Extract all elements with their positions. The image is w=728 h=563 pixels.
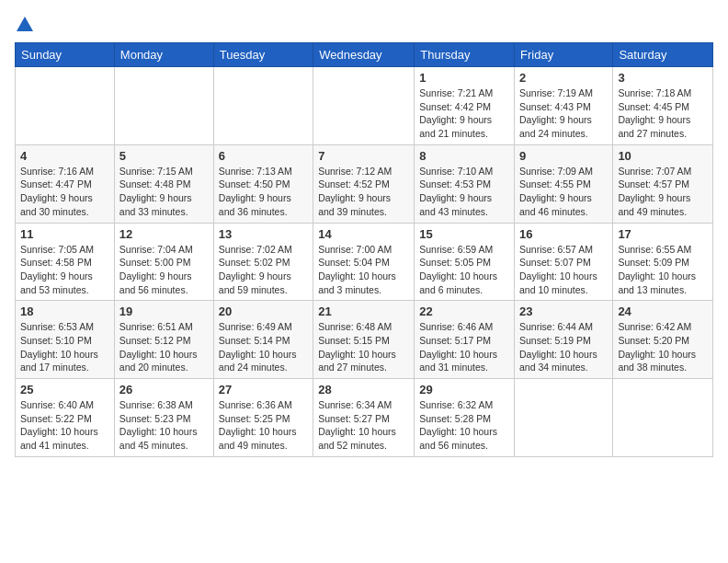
day-cell <box>114 67 213 145</box>
day-cell: 1Sunrise: 7:21 AM Sunset: 4:42 PM Daylig… <box>415 67 515 145</box>
day-cell: 26Sunrise: 6:38 AM Sunset: 5:23 PM Dayli… <box>114 379 213 457</box>
day-info: Sunrise: 7:18 AM Sunset: 4:45 PM Dayligh… <box>618 86 708 141</box>
page-header <box>15 15 713 35</box>
day-info: Sunrise: 7:16 AM Sunset: 4:47 PM Dayligh… <box>20 165 109 219</box>
day-number: 17 <box>618 227 708 241</box>
day-info: Sunrise: 7:04 AM Sunset: 5:00 PM Dayligh… <box>119 243 209 297</box>
day-number: 25 <box>20 383 109 396</box>
logo <box>15 15 39 35</box>
day-cell: 10Sunrise: 7:07 AM Sunset: 4:57 PM Dayli… <box>613 144 713 223</box>
day-cell <box>213 67 313 145</box>
day-number: 20 <box>219 304 308 318</box>
day-number: 5 <box>119 149 209 163</box>
day-info: Sunrise: 6:48 AM Sunset: 5:15 PM Dayligh… <box>318 320 409 374</box>
day-number: 13 <box>219 227 308 241</box>
day-info: Sunrise: 7:21 AM Sunset: 4:42 PM Dayligh… <box>419 86 509 141</box>
day-info: Sunrise: 7:13 AM Sunset: 4:50 PM Dayligh… <box>219 165 308 219</box>
day-info: Sunrise: 6:32 AM Sunset: 5:28 PM Dayligh… <box>419 398 509 453</box>
day-cell <box>313 67 415 145</box>
week-row-5: 25Sunrise: 6:40 AM Sunset: 5:22 PM Dayli… <box>16 379 713 457</box>
day-number: 4 <box>20 149 109 163</box>
day-info: Sunrise: 6:57 AM Sunset: 5:07 PM Dayligh… <box>519 243 608 297</box>
day-header-tuesday: Tuesday <box>213 43 313 67</box>
day-cell: 11Sunrise: 7:05 AM Sunset: 4:58 PM Dayli… <box>16 223 115 301</box>
day-cell: 16Sunrise: 6:57 AM Sunset: 5:07 PM Dayli… <box>515 223 613 301</box>
day-number: 28 <box>318 383 409 396</box>
day-cell: 13Sunrise: 7:02 AM Sunset: 5:02 PM Dayli… <box>213 223 313 301</box>
day-info: Sunrise: 7:00 AM Sunset: 5:04 PM Dayligh… <box>318 243 409 297</box>
day-cell: 21Sunrise: 6:48 AM Sunset: 5:15 PM Dayli… <box>313 301 415 379</box>
day-info: Sunrise: 6:55 AM Sunset: 5:09 PM Dayligh… <box>618 243 708 297</box>
day-cell: 4Sunrise: 7:16 AM Sunset: 4:47 PM Daylig… <box>16 144 115 223</box>
day-number: 18 <box>20 304 109 318</box>
day-info: Sunrise: 6:49 AM Sunset: 5:14 PM Dayligh… <box>219 320 308 374</box>
day-cell: 22Sunrise: 6:46 AM Sunset: 5:17 PM Dayli… <box>415 301 515 379</box>
day-cell: 9Sunrise: 7:09 AM Sunset: 4:55 PM Daylig… <box>515 144 613 223</box>
day-number: 7 <box>318 149 409 163</box>
header-row: SundayMondayTuesdayWednesdayThursdayFrid… <box>16 43 713 67</box>
day-number: 12 <box>119 227 209 241</box>
day-info: Sunrise: 7:02 AM Sunset: 5:02 PM Dayligh… <box>219 243 308 297</box>
day-info: Sunrise: 7:12 AM Sunset: 4:52 PM Dayligh… <box>318 165 409 219</box>
day-cell: 27Sunrise: 6:36 AM Sunset: 5:25 PM Dayli… <box>213 379 313 457</box>
day-number: 19 <box>119 304 209 318</box>
day-info: Sunrise: 6:46 AM Sunset: 5:17 PM Dayligh… <box>419 320 509 374</box>
day-cell: 17Sunrise: 6:55 AM Sunset: 5:09 PM Dayli… <box>613 223 713 301</box>
day-number: 14 <box>318 227 409 241</box>
day-info: Sunrise: 7:07 AM Sunset: 4:57 PM Dayligh… <box>618 165 708 219</box>
day-cell: 14Sunrise: 7:00 AM Sunset: 5:04 PM Dayli… <box>313 223 415 301</box>
day-cell <box>613 379 713 457</box>
logo-icon <box>15 15 35 35</box>
day-cell: 8Sunrise: 7:10 AM Sunset: 4:53 PM Daylig… <box>415 144 515 223</box>
day-cell: 20Sunrise: 6:49 AM Sunset: 5:14 PM Dayli… <box>213 301 313 379</box>
day-header-friday: Friday <box>515 43 613 67</box>
day-cell: 5Sunrise: 7:15 AM Sunset: 4:48 PM Daylig… <box>114 144 213 223</box>
day-header-monday: Monday <box>114 43 213 67</box>
day-number: 24 <box>618 304 708 318</box>
day-number: 3 <box>618 71 708 85</box>
week-row-2: 4Sunrise: 7:16 AM Sunset: 4:47 PM Daylig… <box>16 144 713 223</box>
week-row-4: 18Sunrise: 6:53 AM Sunset: 5:10 PM Dayli… <box>16 301 713 379</box>
day-cell: 29Sunrise: 6:32 AM Sunset: 5:28 PM Dayli… <box>415 379 515 457</box>
day-header-saturday: Saturday <box>613 43 713 67</box>
day-cell: 19Sunrise: 6:51 AM Sunset: 5:12 PM Dayli… <box>114 301 213 379</box>
day-cell: 3Sunrise: 7:18 AM Sunset: 4:45 PM Daylig… <box>613 67 713 145</box>
day-cell: 25Sunrise: 6:40 AM Sunset: 5:22 PM Dayli… <box>16 379 115 457</box>
week-row-3: 11Sunrise: 7:05 AM Sunset: 4:58 PM Dayli… <box>16 223 713 301</box>
day-number: 26 <box>119 383 209 396</box>
day-number: 16 <box>519 227 608 241</box>
day-info: Sunrise: 6:42 AM Sunset: 5:20 PM Dayligh… <box>618 320 708 374</box>
day-cell: 15Sunrise: 6:59 AM Sunset: 5:05 PM Dayli… <box>415 223 515 301</box>
day-cell <box>515 379 613 457</box>
day-number: 15 <box>419 227 509 241</box>
day-cell <box>16 67 115 145</box>
day-cell: 2Sunrise: 7:19 AM Sunset: 4:43 PM Daylig… <box>515 67 613 145</box>
day-number: 29 <box>419 383 509 396</box>
day-info: Sunrise: 7:19 AM Sunset: 4:43 PM Dayligh… <box>519 86 608 141</box>
day-info: Sunrise: 6:40 AM Sunset: 5:22 PM Dayligh… <box>20 398 109 453</box>
week-row-1: 1Sunrise: 7:21 AM Sunset: 4:42 PM Daylig… <box>16 67 713 145</box>
day-number: 10 <box>618 149 708 163</box>
calendar-table: SundayMondayTuesdayWednesdayThursdayFrid… <box>15 42 713 457</box>
day-number: 11 <box>20 227 109 241</box>
day-number: 21 <box>318 304 409 318</box>
day-cell: 24Sunrise: 6:42 AM Sunset: 5:20 PM Dayli… <box>613 301 713 379</box>
day-info: Sunrise: 7:09 AM Sunset: 4:55 PM Dayligh… <box>519 165 608 219</box>
day-cell: 18Sunrise: 6:53 AM Sunset: 5:10 PM Dayli… <box>16 301 115 379</box>
day-number: 9 <box>519 149 608 163</box>
day-cell: 23Sunrise: 6:44 AM Sunset: 5:19 PM Dayli… <box>515 301 613 379</box>
day-info: Sunrise: 6:59 AM Sunset: 5:05 PM Dayligh… <box>419 243 509 297</box>
day-number: 6 <box>219 149 308 163</box>
day-info: Sunrise: 6:38 AM Sunset: 5:23 PM Dayligh… <box>119 398 209 453</box>
day-info: Sunrise: 7:15 AM Sunset: 4:48 PM Dayligh… <box>119 165 209 219</box>
day-header-wednesday: Wednesday <box>313 43 415 67</box>
day-number: 22 <box>419 304 509 318</box>
day-number: 23 <box>519 304 608 318</box>
day-cell: 28Sunrise: 6:34 AM Sunset: 5:27 PM Dayli… <box>313 379 415 457</box>
day-info: Sunrise: 6:51 AM Sunset: 5:12 PM Dayligh… <box>119 320 209 374</box>
day-number: 2 <box>519 71 608 85</box>
day-info: Sunrise: 7:10 AM Sunset: 4:53 PM Dayligh… <box>419 165 509 219</box>
day-info: Sunrise: 7:05 AM Sunset: 4:58 PM Dayligh… <box>20 243 109 297</box>
day-header-thursday: Thursday <box>415 43 515 67</box>
day-info: Sunrise: 6:53 AM Sunset: 5:10 PM Dayligh… <box>20 320 109 374</box>
